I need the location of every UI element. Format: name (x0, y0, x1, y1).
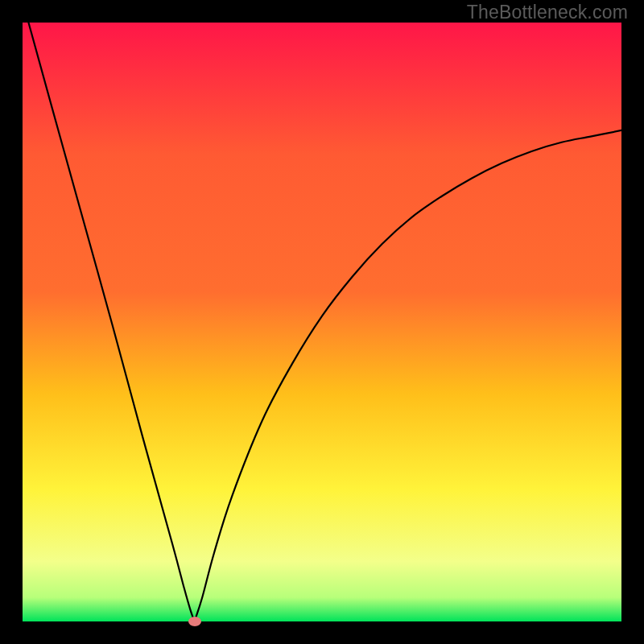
optimum-marker (188, 617, 201, 626)
bottleneck-chart (23, 23, 621, 621)
chart-frame: TheBottleneck.com (0, 0, 644, 644)
watermark-text: TheBottleneck.com (467, 2, 628, 23)
